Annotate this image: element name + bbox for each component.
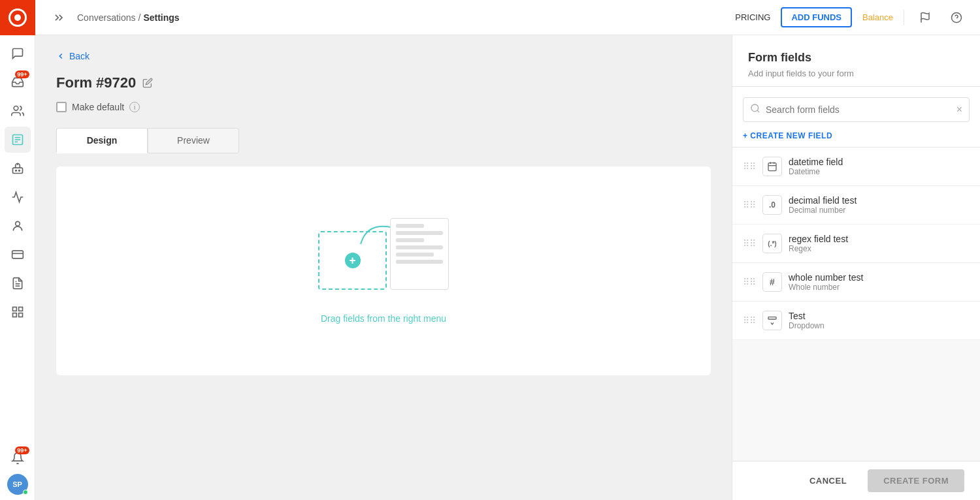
drag-handle: ⠿⠿ <box>743 238 756 249</box>
expand-nav-button[interactable] <box>48 7 69 28</box>
sidebar-item-contacts[interactable] <box>5 98 31 124</box>
sidebar-item-notifications[interactable]: 99+ <box>5 445 31 471</box>
sidebar-item-bots[interactable] <box>5 155 31 181</box>
field-name: whole number test <box>789 272 970 283</box>
cancel-button[interactable]: CANCEL <box>796 469 860 492</box>
bottom-bar: CANCEL CREATE FORM <box>732 461 980 500</box>
panel-subtitle: Add input fields to your form <box>748 69 964 78</box>
sidebar-item-forms[interactable] <box>5 127 31 153</box>
fields-list: ⠿⠿ datetime field Datetime ⠿⠿ .0 decimal… <box>732 148 980 461</box>
illustration: + <box>318 218 449 303</box>
create-new-field-button[interactable]: + CREATE NEW FIELD <box>732 122 980 148</box>
field-info: Test Dropdown <box>789 311 970 330</box>
field-item[interactable]: ⠿⠿ Test Dropdown <box>732 302 980 340</box>
user-avatar[interactable]: SP <box>7 474 28 495</box>
sidebar-item-billing[interactable] <box>5 242 31 268</box>
svg-point-8 <box>15 221 20 226</box>
field-item[interactable]: ⠿⠿ # whole number test Whole number <box>732 263 980 302</box>
field-info: decimal field test Decimal number <box>789 195 970 215</box>
breadcrumb: Conversations / Settings <box>77 12 727 23</box>
field-type: Regex <box>789 244 970 253</box>
info-icon[interactable]: i <box>129 102 140 112</box>
breadcrumb-parent[interactable]: Conversations <box>77 12 136 23</box>
sidebar-item-reports[interactable] <box>5 270 31 296</box>
default-row: Make default i <box>56 102 711 112</box>
content-area: Back Form #9720 Make default i Design Pr… <box>35 35 980 500</box>
breadcrumb-separator: / <box>139 12 141 23</box>
search-input[interactable] <box>766 104 951 115</box>
bots-icon <box>11 162 24 175</box>
main-content: Back Form #9720 Make default i Design Pr… <box>35 35 732 500</box>
field-type: Dropdown <box>789 321 970 330</box>
field-info: regex field test Regex <box>789 234 970 253</box>
sidebar-bottom: 99+ SP <box>5 440 31 500</box>
top-header: Conversations / Settings PRICING ADD FUN… <box>35 0 980 35</box>
add-funds-button[interactable]: ADD FUNDS <box>781 7 852 27</box>
sidebar-item-conversations[interactable] <box>5 40 31 67</box>
field-item[interactable]: ⠿⠿ datetime field Datetime <box>732 148 980 186</box>
sidebar-item-inbox[interactable]: 99+ <box>5 69 31 95</box>
svg-point-21 <box>751 104 759 112</box>
field-item[interactable]: ⠿⠿ (.*) regex field test Regex <box>732 225 980 263</box>
help-icon-button[interactable] <box>946 7 967 28</box>
field-type-icon: # <box>762 272 782 292</box>
svg-rect-5 <box>12 168 22 173</box>
preview-line-1 <box>396 224 424 228</box>
preview-line-5 <box>396 253 434 257</box>
search-box: × <box>743 97 970 122</box>
flag-icon-button[interactable] <box>915 7 936 28</box>
field-type-icon <box>762 157 782 176</box>
forms-icon <box>11 133 24 146</box>
tab-preview[interactable]: Preview <box>148 128 239 153</box>
field-name: regex field test <box>789 234 970 244</box>
svg-point-0 <box>14 106 18 111</box>
create-form-button[interactable]: CREATE FORM <box>868 469 964 492</box>
notification-badge: 99+ <box>15 446 29 454</box>
main-wrapper: Conversations / Settings PRICING ADD FUN… <box>35 0 980 500</box>
drop-hint-text: Drag fields from the right menu <box>321 313 446 324</box>
field-type-icon <box>762 311 782 330</box>
preview-line-6 <box>396 260 443 264</box>
tab-design[interactable]: Design <box>56 128 148 153</box>
field-type: Whole number <box>789 283 970 292</box>
logo-circle <box>8 8 27 27</box>
make-default-label: Make default <box>72 102 124 112</box>
field-item[interactable]: ⠿⠿ .0 decimal field test Decimal number <box>732 186 980 225</box>
inbox-badge: 99+ <box>15 70 29 78</box>
field-name: Test <box>789 311 970 321</box>
right-panel: Form fields Add input fields to your for… <box>732 35 980 500</box>
logo-inner <box>14 14 21 21</box>
form-preview-lines <box>390 218 449 290</box>
header-divider <box>904 10 904 25</box>
svg-rect-13 <box>12 307 16 311</box>
edit-title-button[interactable] <box>142 78 153 88</box>
field-info: datetime field Datetime <box>789 157 970 176</box>
avatar-initials: SP <box>12 480 22 488</box>
sidebar-item-people[interactable] <box>5 213 31 239</box>
field-type-icon: (.*) <box>762 234 782 253</box>
field-type: Datetime <box>789 167 970 176</box>
contacts-icon <box>11 104 24 117</box>
sidebar-item-settings[interactable] <box>5 299 31 325</box>
search-clear-button[interactable]: × <box>956 104 962 116</box>
app-logo[interactable] <box>0 0 35 35</box>
back-link[interactable]: Back <box>56 51 711 61</box>
sidebar-item-analytics[interactable] <box>5 184 31 210</box>
svg-point-7 <box>18 170 20 172</box>
make-default-checkbox[interactable] <box>56 102 67 112</box>
svg-rect-23 <box>768 163 776 171</box>
header-actions: PRICING ADD FUNDS Balance <box>735 7 967 28</box>
preview-line-3 <box>396 238 424 242</box>
search-box-wrap: × <box>732 87 980 122</box>
field-name: datetime field <box>789 157 970 167</box>
online-indicator <box>23 490 28 495</box>
analytics-icon <box>11 191 24 204</box>
svg-point-6 <box>15 170 16 172</box>
drag-handle: ⠿⠿ <box>743 315 756 326</box>
pricing-link[interactable]: PRICING <box>735 12 770 22</box>
field-info: whole number test Whole number <box>789 272 970 292</box>
dashed-drop-box: + <box>318 231 387 290</box>
svg-rect-15 <box>12 313 16 317</box>
back-link-label: Back <box>69 51 90 61</box>
balance-text: Balance <box>862 12 893 22</box>
